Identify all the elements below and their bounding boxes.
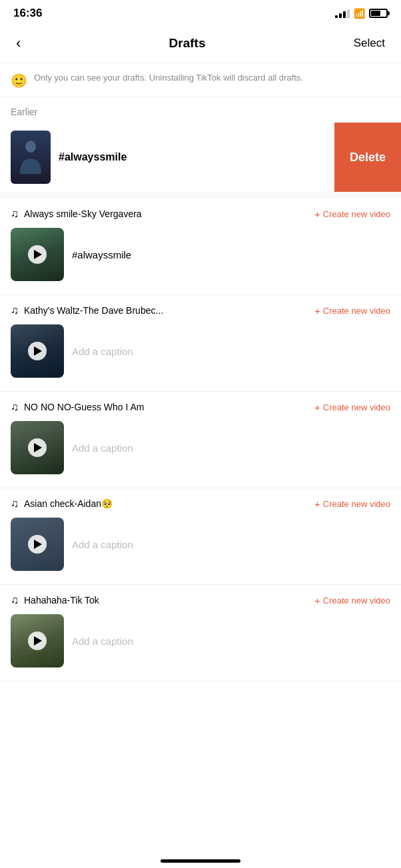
video-section-header-0: ♫ Always smile-Sky Vergavera + Create ne… [0,199,401,225]
video-item-4: Add a caption [0,612,401,670]
video-music-info-1: ♫ Kathy's Waltz-The Dave Brubec... [11,304,314,316]
plus-icon-2: + [314,402,320,413]
status-bar: 16:36 📶 [0,0,401,24]
music-note-icon-3: ♫ [11,498,19,510]
video-item-2: Add a caption [0,418,401,477]
create-new-label-0: Create new video [323,209,390,219]
play-triangle-2 [34,443,42,452]
wifi-icon: 📶 [354,8,365,19]
section-label: Earlier [0,97,401,123]
select-button[interactable]: Select [351,34,388,53]
play-triangle-3 [34,540,42,549]
battery-icon [369,9,388,18]
play-triangle-1 [34,346,42,356]
plus-icon-1: + [314,305,320,316]
create-new-label-3: Create new video [323,499,390,509]
info-text: Only you can see your drafts. Uninstalli… [34,71,303,85]
play-triangle-4 [34,636,42,646]
video-caption-1[interactable]: Add a caption [72,346,133,357]
video-section-2: ♫ NO NO NO-Guess Who I Am + Create new v… [0,392,401,488]
create-new-label-2: Create new video [323,402,390,412]
video-caption-0[interactable]: #alwayssmile [72,249,131,260]
status-time: 16:36 [13,7,42,20]
back-button[interactable]: ‹ [13,32,23,55]
page-title: Drafts [23,36,350,51]
video-item-0: #alwayssmile [0,225,401,284]
music-title-2: NO NO NO-Guess Who I Am [24,402,144,412]
plus-icon-4: + [314,595,320,606]
video-music-info-3: ♫ Asian check-Aidan🥺 [11,498,314,510]
video-section-1: ♫ Kathy's Waltz-The Dave Brubec... + Cre… [0,295,401,392]
create-new-button-1[interactable]: + Create new video [314,305,390,316]
create-new-button-3[interactable]: + Create new video [314,498,390,510]
video-music-info-0: ♫ Always smile-Sky Vergavera [11,208,314,220]
music-note-icon-0: ♫ [11,208,19,220]
video-item-1: Add a caption [0,322,401,380]
plus-icon-0: + [314,209,320,220]
create-new-button-0[interactable]: + Create new video [314,209,390,220]
play-triangle-0 [34,250,42,259]
video-thumbnail-3[interactable] [11,518,64,571]
play-button-3[interactable] [28,535,47,554]
section-separator [0,192,401,199]
create-new-label-1: Create new video [323,306,390,316]
video-caption-3[interactable]: Add a caption [72,539,133,550]
video-section-0: ♫ Always smile-Sky Vergavera + Create ne… [0,199,401,295]
plus-icon-3: + [314,498,320,510]
music-title-3: Asian check-Aidan🥺 [24,498,113,509]
music-title-1: Kathy's Waltz-The Dave Brubec... [24,305,163,316]
music-title-4: Hahahaha-Tik Tok [24,595,99,606]
signal-icon [335,9,350,18]
video-thumbnail-0[interactable] [11,228,64,281]
status-icons: 📶 [335,8,388,19]
play-button-0[interactable] [28,245,47,264]
video-section-header-1: ♫ Kathy's Waltz-The Dave Brubec... + Cre… [0,295,401,322]
video-section-header-4: ♫ Hahahaha-Tik Tok + Create new video [0,585,401,612]
create-new-button-4[interactable]: + Create new video [314,595,390,606]
video-item-3: Add a caption [0,515,401,574]
swiped-draft-item: #alwayssmile Delete [0,123,401,192]
music-note-icon-2: ♫ [11,401,19,413]
video-section-3: ♫ Asian check-Aidan🥺 + Create new video … [0,488,401,585]
video-thumbnail-4[interactable] [11,614,64,667]
video-caption-2[interactable]: Add a caption [72,442,133,454]
video-section-header-2: ♫ NO NO NO-Guess Who I Am + Create new v… [0,392,401,418]
info-icon: 🙂 [11,73,27,89]
swiped-draft-content: #alwayssmile [0,123,334,192]
video-thumbnail-2[interactable] [11,421,64,474]
info-banner: 🙂 Only you can see your drafts. Uninstal… [0,63,401,97]
delete-button[interactable]: Delete [334,123,401,192]
home-indicator [161,859,240,863]
swiped-draft-title: #alwayssmile [59,151,127,163]
video-section-header-3: ♫ Asian check-Aidan🥺 + Create new video [0,488,401,515]
create-new-label-4: Create new video [323,596,390,606]
play-button-4[interactable] [28,632,47,650]
create-new-button-2[interactable]: + Create new video [314,402,390,413]
music-title-0: Always smile-Sky Vergavera [24,209,142,219]
video-section-4: ♫ Hahahaha-Tik Tok + Create new video Ad… [0,585,401,681]
header: ‹ Drafts Select [0,24,401,63]
music-note-icon-4: ♫ [11,594,19,606]
video-caption-4[interactable]: Add a caption [72,636,133,647]
play-button-1[interactable] [28,342,47,360]
video-music-info-4: ♫ Hahahaha-Tik Tok [11,594,314,606]
swiped-draft-thumbnail [11,131,51,184]
svg-point-0 [25,141,36,153]
play-button-2[interactable] [28,438,47,457]
video-thumbnail-1[interactable] [11,324,64,378]
video-music-info-2: ♫ NO NO NO-Guess Who I Am [11,401,314,413]
music-note-icon-1: ♫ [11,304,19,316]
video-list: ♫ Always smile-Sky Vergavera + Create ne… [0,199,401,681]
